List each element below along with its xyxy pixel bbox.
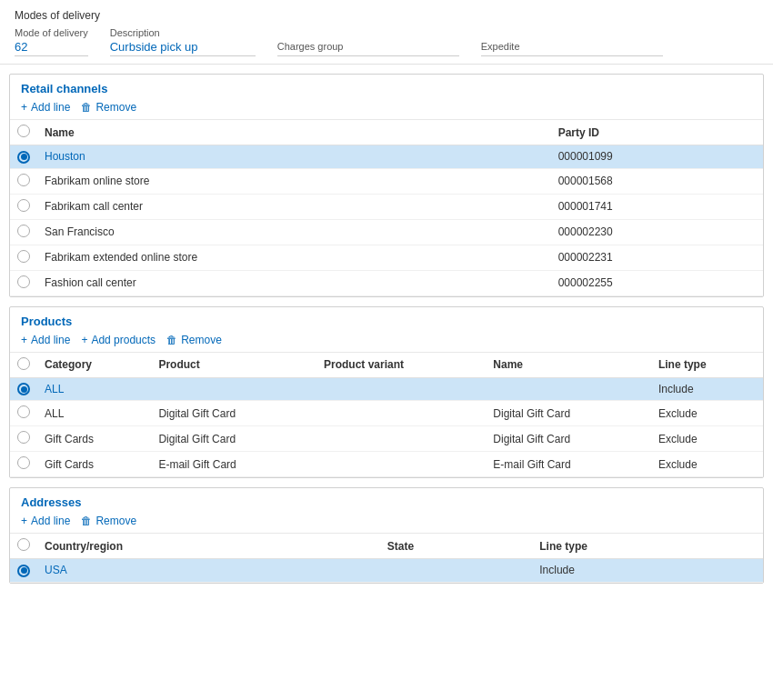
retail-add-line-button[interactable]: + Add line: [21, 101, 70, 114]
retail-remove-button[interactable]: 🗑 Remove: [81, 101, 136, 114]
row-party-id: 000002231: [551, 245, 763, 270]
retail-col-name: Name: [37, 120, 551, 145]
row-line-type: Exclude: [651, 426, 763, 452]
products-add-line-button[interactable]: + Add line: [21, 334, 70, 346]
products-col-variant: Product variant: [316, 353, 486, 378]
row-name: Fabrikam extended online store: [37, 245, 551, 270]
expedite-label: Expedite: [481, 41, 663, 52]
products-title: Products: [21, 315, 752, 328]
retail-col-partyid: Party ID: [551, 120, 763, 145]
radio-circle[interactable]: [17, 174, 30, 186]
row-name: [486, 377, 651, 401]
row-category: ALL: [37, 377, 151, 401]
row-name: Fabrikam call center: [37, 194, 551, 219]
addresses-table: Country/region State Line type USA Inclu…: [10, 534, 763, 583]
row-radio[interactable]: [10, 401, 37, 426]
products-col-check: [10, 353, 37, 378]
retail-channels-title: Retail channels: [21, 82, 752, 95]
row-product: Digital Gift Card: [151, 426, 316, 452]
charges-group-label: Charges group: [277, 41, 459, 52]
modes-of-delivery-label: Modes of delivery: [15, 9, 758, 22]
row-country: USA: [37, 559, 380, 583]
row-line-type: Exclude: [651, 452, 763, 477]
radio-circle[interactable]: [17, 275, 30, 288]
expedite-field-group: Expedite: [481, 41, 663, 56]
add-products-button[interactable]: + Add products: [81, 334, 156, 346]
plus-icon-add-products: +: [81, 334, 87, 346]
products-section: Products + Add line + Add products 🗑 Rem…: [9, 306, 764, 479]
radio-circle[interactable]: [17, 199, 30, 212]
charges-group-value[interactable]: [277, 54, 459, 56]
addresses-section: Addresses + Add line 🗑 Remove Country/re…: [9, 487, 764, 584]
addresses-col-state: State: [380, 534, 532, 559]
table-row[interactable]: Fashion call center 000002255: [10, 270, 763, 295]
mode-value[interactable]: 62: [15, 40, 88, 56]
row-name: Fashion call center: [37, 270, 551, 295]
addresses-col-country: Country/region: [37, 534, 380, 559]
radio-circle[interactable]: [17, 250, 30, 263]
row-product: Digital Gift Card: [151, 401, 316, 426]
addresses-add-line-button[interactable]: + Add line: [21, 515, 70, 527]
row-state: [380, 559, 532, 583]
modes-fields-row: Mode of delivery 62 Description Curbside…: [15, 27, 758, 56]
row-variant: [316, 426, 486, 452]
addresses-toolbar: + Add line 🗑 Remove: [21, 515, 752, 527]
table-row[interactable]: San Francisco 000002230: [10, 219, 763, 245]
row-radio[interactable]: [10, 452, 37, 477]
row-name: Houston: [37, 145, 551, 169]
table-row[interactable]: Fabrikam online store 000001568: [10, 168, 763, 194]
description-value[interactable]: Curbside pick up: [110, 40, 256, 56]
row-line-type: Include: [532, 559, 763, 583]
row-name: Fabrikam online store: [37, 168, 551, 194]
row-product: E-mail Gift Card: [151, 452, 316, 477]
description-field-group: Description Curbside pick up: [110, 27, 256, 56]
row-radio[interactable]: [10, 194, 37, 219]
row-radio[interactable]: [10, 145, 37, 169]
row-radio[interactable]: [10, 270, 37, 295]
radio-circle[interactable]: [17, 565, 30, 577]
row-radio[interactable]: [10, 245, 37, 270]
table-row[interactable]: USA Include: [10, 559, 763, 583]
products-remove-button[interactable]: 🗑 Remove: [166, 334, 222, 346]
addresses-header: Addresses + Add line 🗑 Remove: [10, 488, 763, 534]
radio-circle[interactable]: [17, 383, 30, 395]
row-radio[interactable]: [10, 559, 37, 583]
radio-circle[interactable]: [17, 151, 30, 164]
table-row[interactable]: Gift Cards Digital Gift Card Digital Gif…: [10, 426, 763, 452]
retail-channels-table: Name Party ID Houston 000001099 Fabrikam…: [10, 120, 763, 296]
radio-circle[interactable]: [17, 405, 30, 418]
table-row[interactable]: Gift Cards E-mail Gift Card E-mail Gift …: [10, 452, 763, 477]
table-row[interactable]: Houston 000001099: [10, 145, 763, 169]
radio-circle[interactable]: [17, 225, 30, 237]
products-header: Products + Add line + Add products 🗑 Rem…: [10, 307, 763, 353]
radio-circle[interactable]: [17, 456, 30, 469]
row-variant: [316, 401, 486, 426]
products-header-checkbox[interactable]: [17, 357, 30, 370]
row-radio[interactable]: [10, 219, 37, 245]
retail-header-checkbox[interactable]: [17, 125, 30, 137]
addresses-col-check: [10, 534, 37, 559]
trash-icon-addresses: 🗑: [81, 515, 92, 527]
table-row[interactable]: ALL Digital Gift Card Digital Gift Card …: [10, 401, 763, 426]
row-radio[interactable]: [10, 168, 37, 194]
retail-col-check: [10, 120, 37, 145]
table-row[interactable]: Fabrikam extended online store 000002231: [10, 245, 763, 270]
addresses-header-checkbox[interactable]: [17, 538, 30, 551]
row-party-id: 000001099: [551, 145, 763, 169]
addresses-remove-button[interactable]: 🗑 Remove: [81, 515, 136, 527]
retail-channels-section: Retail channels + Add line 🗑 Remove Name…: [9, 74, 764, 297]
row-radio[interactable]: [10, 426, 37, 452]
row-line-type: Exclude: [651, 401, 763, 426]
row-radio[interactable]: [10, 377, 37, 401]
row-variant: [316, 452, 486, 477]
row-name: Digital Gift Card: [486, 426, 651, 452]
table-row[interactable]: ALL Include: [10, 377, 763, 401]
radio-circle[interactable]: [17, 431, 30, 444]
addresses-col-linetype: Line type: [532, 534, 763, 559]
retail-channels-header: Retail channels + Add line 🗑 Remove: [10, 75, 763, 120]
row-name: Digital Gift Card: [486, 401, 651, 426]
table-row[interactable]: Fabrikam call center 000001741: [10, 194, 763, 219]
products-col-linetype: Line type: [651, 353, 763, 378]
expedite-value[interactable]: [481, 54, 663, 56]
row-variant: [316, 377, 486, 401]
